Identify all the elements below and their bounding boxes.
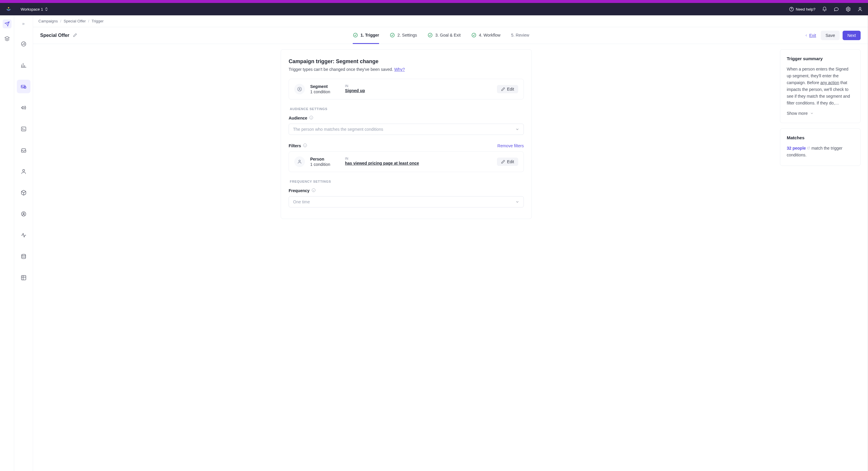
- sidebar-item-activity[interactable]: [17, 228, 30, 242]
- step-trigger[interactable]: 1. Trigger: [353, 27, 379, 44]
- info-icon[interactable]: [311, 188, 316, 193]
- sidebar-item-dashboard[interactable]: [17, 37, 30, 51]
- step-settings[interactable]: 2. Settings: [390, 27, 417, 44]
- svg-rect-7: [21, 127, 26, 131]
- step-goal-exit[interactable]: 3. Goal & Exit: [428, 27, 461, 44]
- person-label: Person: [310, 157, 330, 161]
- svg-point-2: [848, 8, 849, 10]
- sidebar-item-inbox[interactable]: [17, 143, 30, 157]
- svg-point-3: [859, 7, 861, 9]
- sidebar-item-component[interactable]: [17, 271, 30, 284]
- edit-title-button[interactable]: [73, 33, 78, 38]
- sidebar-item-segment[interactable]: [17, 207, 30, 221]
- topbar: Workspace 1 Need help?: [0, 3, 868, 15]
- breadcrumb: Campaigns / Special Offer / Trigger: [33, 15, 868, 27]
- filters-field-label: Filters: [289, 143, 307, 148]
- person-icon: [294, 157, 305, 167]
- svg-point-13: [354, 33, 358, 37]
- sidebar: [14, 15, 33, 471]
- person-value-link[interactable]: has viewed pricing page at least once: [345, 161, 419, 166]
- gear-icon[interactable]: [845, 6, 851, 12]
- show-more-link[interactable]: Show more: [787, 111, 854, 116]
- user-icon[interactable]: [857, 6, 863, 12]
- frequency-select[interactable]: One time: [289, 196, 524, 207]
- svg-point-0: [8, 7, 9, 8]
- bell-icon[interactable]: [822, 6, 827, 12]
- frequency-field-label: Frequency: [289, 188, 524, 193]
- breadcrumb-special-offer[interactable]: Special Offer: [64, 19, 86, 23]
- person-condition-count: 1 condition: [310, 162, 330, 167]
- svg-point-22: [299, 160, 300, 161]
- help-circle-icon: [789, 6, 794, 12]
- breadcrumb-current: Trigger: [92, 19, 104, 23]
- audience-section-label: AUDIENCE SETTINGS: [290, 107, 524, 111]
- rail-item-layers[interactable]: [3, 34, 11, 43]
- expand-sidebar-icon[interactable]: [19, 20, 28, 28]
- segment-icon: [294, 84, 305, 95]
- why-link[interactable]: Why?: [394, 67, 405, 72]
- matches-count-link[interactable]: 32 people: [787, 146, 806, 150]
- content-area: Campaigns / Special Offer / Trigger Spec…: [33, 15, 868, 471]
- person-filter-row: Person 1 condition IN has viewed pricing…: [289, 152, 524, 172]
- next-button[interactable]: Next: [843, 31, 861, 40]
- audience-field-label: Audience: [289, 115, 524, 121]
- frequency-select-value: One time: [293, 200, 310, 204]
- edit-filter-button[interactable]: Edit: [497, 158, 518, 166]
- edit-segment-button[interactable]: Edit: [497, 85, 518, 93]
- side-column: Trigger summary When a person enters the…: [780, 49, 861, 166]
- app-logo-icon: [5, 6, 12, 12]
- summary-title: Trigger summary: [787, 56, 854, 61]
- sidebar-item-broadcast[interactable]: [17, 101, 30, 114]
- check-circle-icon: [471, 32, 476, 38]
- workspace-switcher[interactable]: Workspace 1: [21, 7, 48, 11]
- matches-title: Matches: [787, 135, 854, 140]
- summary-card: Trigger summary When a person enters the…: [780, 49, 861, 123]
- card-title: Campaign trigger: Segment change: [289, 59, 524, 65]
- page-title: Special Offer: [40, 33, 69, 38]
- person-in-label: IN: [345, 157, 419, 160]
- any-action-link[interactable]: any action: [820, 80, 839, 85]
- step-review[interactable]: 5. Review: [511, 27, 529, 44]
- browser-accent-strip: [0, 0, 868, 3]
- svg-point-11: [22, 255, 25, 256]
- sidebar-item-analytics[interactable]: [17, 59, 30, 72]
- chevron-down-icon: [810, 111, 814, 115]
- svg-point-15: [428, 33, 433, 37]
- need-help-link[interactable]: Need help?: [789, 6, 816, 12]
- segment-row: Segment 1 condition IN Signed up Edit: [289, 79, 524, 99]
- matches-body: 32 people match the trigger conditions.: [787, 145, 854, 159]
- chevron-down-icon: [515, 200, 519, 204]
- step-workflow[interactable]: 4. Workflow: [471, 27, 500, 44]
- svg-point-14: [391, 33, 395, 37]
- body-row: Campaign trigger: Segment change Trigger…: [33, 44, 868, 224]
- wizard-steps: 1. Trigger 2. Settings 3. Goal & Exit 4.…: [353, 27, 529, 44]
- need-help-label: Need help?: [796, 7, 816, 11]
- sidebar-item-data[interactable]: [17, 250, 30, 263]
- info-icon[interactable]: [303, 143, 307, 148]
- remove-filters-link[interactable]: Remove filters: [498, 143, 524, 148]
- rail-item-send[interactable]: [3, 20, 11, 28]
- breadcrumb-campaigns[interactable]: Campaigns: [38, 19, 58, 23]
- sidebar-item-campaigns[interactable]: [17, 80, 30, 93]
- sidebar-item-content[interactable]: [17, 186, 30, 200]
- summary-body: When a person enters the Signed up segme…: [787, 66, 854, 107]
- svg-point-8: [23, 169, 25, 171]
- trigger-card: Campaign trigger: Segment change Trigger…: [281, 49, 532, 219]
- save-button[interactable]: Save: [821, 31, 840, 40]
- segment-in-label: IN: [345, 84, 365, 88]
- sidebar-item-terminal[interactable]: [17, 122, 30, 136]
- segment-condition-count: 1 condition: [310, 90, 330, 94]
- exit-link[interactable]: Exit: [804, 33, 816, 38]
- page-header: Special Offer 1. Trigger 2. Settings 3. …: [33, 27, 868, 44]
- info-icon[interactable]: [309, 115, 313, 121]
- chat-icon[interactable]: [834, 6, 839, 12]
- chevron-down-icon: [515, 127, 519, 131]
- module-rail: [0, 15, 14, 471]
- segment-value-link[interactable]: Signed up: [345, 88, 365, 93]
- workspace-name: Workspace 1: [21, 7, 43, 11]
- audience-select[interactable]: The person who matches the segment condi…: [289, 124, 524, 135]
- external-link-icon: [807, 146, 810, 150]
- matches-card: Matches 32 people match the trigger cond…: [780, 128, 861, 166]
- frequency-section-label: FREQUENCY SETTINGS: [290, 180, 524, 183]
- sidebar-item-people[interactable]: [17, 165, 30, 178]
